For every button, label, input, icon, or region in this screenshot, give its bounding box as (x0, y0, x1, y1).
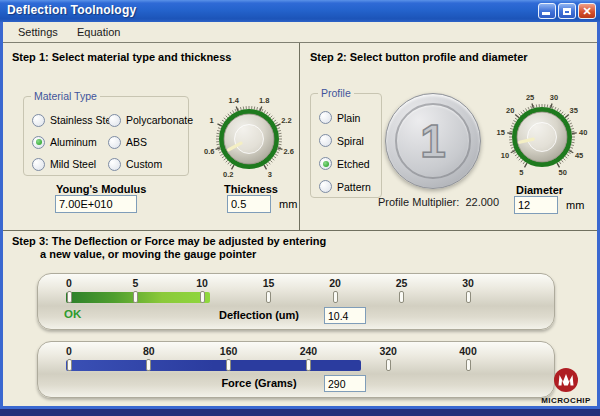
gauge-tick[interactable] (67, 359, 72, 371)
step2-header: Step 2: Select button profile and diamet… (310, 51, 528, 63)
youngs-modulus-label: Young's Modulus (56, 183, 146, 195)
radio-selected-icon[interactable] (32, 136, 45, 149)
gauge-tick-label: 15 (255, 277, 283, 289)
gauge-tick-label: 400 (454, 345, 482, 357)
force-input[interactable] (324, 375, 366, 392)
radio-abs[interactable]: ABS (108, 136, 193, 149)
profile-legend: Profile (318, 87, 354, 99)
radio-aluminum[interactable]: Aluminum (32, 136, 108, 149)
gauge-tick[interactable] (466, 359, 471, 371)
gauge-tick[interactable] (133, 291, 138, 303)
step3-header-line2: a new value, or moving the gauge pointer (40, 248, 256, 260)
radio-icon[interactable] (108, 136, 121, 149)
step1-panel: Step 1: Select material type and thickne… (3, 43, 300, 230)
close-button[interactable]: ✕ (578, 3, 596, 19)
gauge-tick[interactable] (466, 291, 471, 303)
menu-equation[interactable]: Equation (71, 25, 126, 39)
youngs-modulus-input[interactable] (55, 195, 137, 213)
close-icon: ✕ (579, 4, 595, 18)
radio-icon[interactable] (319, 180, 332, 193)
svg-text:1.8: 1.8 (259, 96, 269, 105)
gauge-tick[interactable] (200, 291, 205, 303)
gauge-tick[interactable] (386, 359, 391, 371)
gauge-tick-label: 10 (188, 277, 216, 289)
radio-icon[interactable] (32, 158, 45, 171)
diameter-knob[interactable]: 5101520253035404550 (490, 85, 594, 189)
radio-spiral[interactable]: Spiral (319, 134, 379, 147)
material-type-legend: Material Type (31, 90, 100, 102)
gauge-tick-label: 25 (388, 277, 416, 289)
minimize-button[interactable] (538, 3, 556, 19)
diameter-input[interactable] (514, 196, 558, 214)
thickness-input[interactable] (227, 195, 271, 213)
radio-icon[interactable] (319, 134, 332, 147)
force-bar[interactable] (66, 360, 361, 371)
maximize-icon (563, 8, 571, 15)
force-gauge[interactable]: 080160240320400Force (Grams) (37, 341, 555, 398)
radio-custom[interactable]: Custom (108, 158, 193, 171)
svg-text:35: 35 (570, 106, 578, 115)
profile-multiplier-value: 22.000 (465, 196, 499, 208)
radio-mild-steel[interactable]: Mild Steel (32, 158, 108, 171)
radio-label: Etched (337, 158, 370, 170)
svg-text:1.4: 1.4 (229, 96, 240, 105)
radio-label: Aluminum (50, 136, 97, 148)
svg-text:45: 45 (575, 151, 583, 160)
step1-header: Step 1: Select material type and thickne… (12, 51, 231, 63)
gauge-tick[interactable] (146, 359, 151, 371)
deflection-gauge[interactable]: 051015202530OKDeflection (um) (37, 273, 555, 330)
svg-text:0.6: 0.6 (204, 147, 214, 156)
radio-icon[interactable] (32, 114, 45, 127)
button-preview-image: 1 (385, 93, 481, 189)
gauge-tick-label: 0 (55, 277, 83, 289)
gauge-tick-label: 0 (55, 345, 83, 357)
svg-text:10: 10 (501, 151, 509, 160)
radio-label: Spiral (337, 135, 364, 147)
svg-text:1: 1 (210, 116, 214, 125)
thickness-knob[interactable]: 0.20.611.41.82.22.63 (197, 87, 301, 191)
gauge-tick[interactable] (67, 291, 72, 303)
force-label: Force (Grams) (38, 377, 480, 389)
radio-icon[interactable] (319, 111, 332, 124)
profile-multiplier-label: Profile Multiplier: (378, 196, 459, 208)
deflection-bar[interactable] (66, 292, 210, 303)
radio-label: Polycarbonate (126, 114, 193, 126)
deflection-input[interactable] (324, 307, 366, 324)
radio-stainless-steel[interactable]: Stainless Steel (32, 114, 108, 127)
gauge-tick[interactable] (266, 291, 271, 303)
diameter-unit: mm (566, 199, 584, 211)
profile-multiplier: Profile Multiplier: 22.000 (378, 196, 499, 208)
gauge-tick-label: 5 (122, 277, 150, 289)
radio-icon[interactable] (108, 114, 121, 127)
svg-text:50: 50 (559, 168, 567, 177)
title-bar[interactable]: Deflection Toolnology ✕ (0, 0, 600, 22)
svg-text:20: 20 (506, 106, 514, 115)
radio-etched[interactable]: Etched (319, 157, 379, 170)
microchip-logo-icon (553, 367, 579, 393)
step3-header-line1: Step 3: The Deflection or Force may be a… (12, 235, 326, 247)
maximize-button[interactable] (558, 3, 576, 19)
material-type-group: Material Type Stainless SteelPolycarbona… (23, 96, 189, 176)
radio-polycarbonate[interactable]: Polycarbonate (108, 114, 193, 127)
gauge-tick-label: 30 (454, 277, 482, 289)
svg-text:15: 15 (497, 128, 505, 137)
radio-pattern[interactable]: Pattern (319, 180, 379, 193)
menu-settings[interactable]: Settings (12, 25, 64, 39)
window-controls: ✕ (538, 3, 596, 19)
radio-label: Plain (337, 112, 360, 124)
radio-label: Mild Steel (50, 158, 96, 170)
radio-icon[interactable] (108, 158, 121, 171)
gauge-tick[interactable] (306, 359, 311, 371)
radio-selected-icon[interactable] (319, 157, 332, 170)
svg-text:25: 25 (526, 93, 534, 102)
gauge-tick[interactable] (333, 291, 338, 303)
radio-plain[interactable]: Plain (319, 111, 379, 124)
gauge-tick[interactable] (226, 359, 231, 371)
gauge-tick[interactable] (399, 291, 404, 303)
app-window: Deflection Toolnology ✕ Settings Equatio… (0, 0, 600, 409)
material-radio-list: Stainless SteelPolycarbonateAluminumABSM… (32, 109, 186, 173)
menu-bar: Settings Equation (3, 22, 597, 43)
svg-text:2.6: 2.6 (283, 147, 293, 156)
svg-text:5: 5 (519, 168, 523, 177)
svg-text:3: 3 (268, 170, 272, 179)
